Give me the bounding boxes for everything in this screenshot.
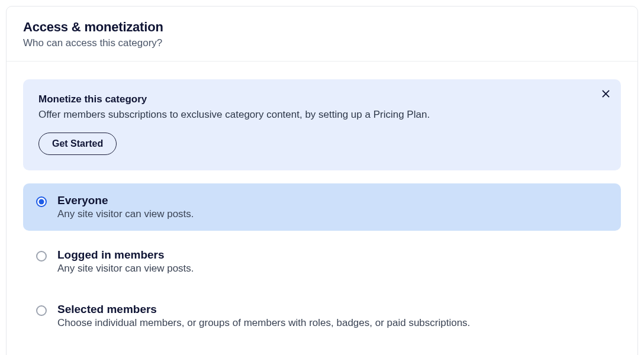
access-option-everyone[interactable]: Everyone Any site visitor can view posts… (23, 183, 621, 231)
panel-header: Access & monetization Who can access thi… (7, 7, 637, 62)
radio-input[interactable] (36, 251, 47, 262)
option-description: Any site visitor can view posts. (57, 263, 608, 275)
radio-input[interactable] (36, 196, 47, 207)
option-title: Selected members (57, 303, 608, 316)
page-subtitle: Who can access this category? (23, 37, 621, 49)
banner-description: Offer members subscriptions to exclusive… (38, 109, 606, 121)
option-text: Everyone Any site visitor can view posts… (57, 194, 608, 220)
option-title: Logged in members (57, 248, 608, 262)
radio-input[interactable] (36, 305, 47, 316)
option-title: Everyone (57, 194, 608, 207)
banner-title: Monetize this category (38, 93, 606, 105)
page-title: Access & monetization (23, 20, 621, 35)
get-started-button[interactable]: Get Started (38, 133, 117, 155)
option-description: Any site visitor can view posts. (57, 208, 608, 220)
access-option-selected-members[interactable]: Selected members Choose individual membe… (23, 292, 621, 340)
panel-content: Monetize this category Offer members sub… (7, 62, 637, 355)
option-description: Choose individual members, or groups of … (57, 317, 608, 329)
access-option-logged-in-members[interactable]: Logged in members Any site visitor can v… (23, 238, 621, 285)
access-monetization-panel: Access & monetization Who can access thi… (6, 6, 638, 355)
monetize-banner: Monetize this category Offer members sub… (23, 79, 621, 170)
close-icon[interactable] (600, 88, 611, 99)
option-text: Logged in members Any site visitor can v… (57, 248, 608, 275)
option-text: Selected members Choose individual membe… (57, 303, 608, 329)
